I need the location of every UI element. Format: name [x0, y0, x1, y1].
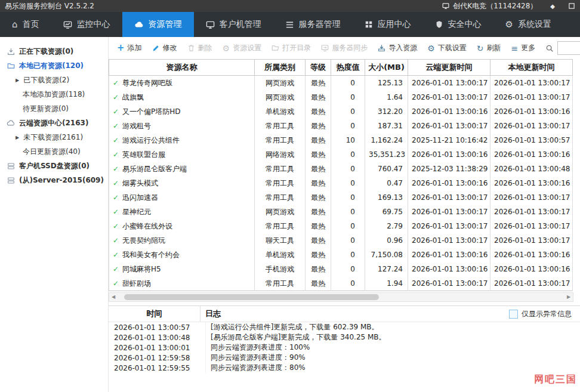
- nav-item-security-center[interactable]: 安全中心: [423, 12, 493, 37]
- column-header-5[interactable]: 云端更新时间: [408, 60, 490, 76]
- account-menu[interactable]: 创代K电竞（11142428）: [442, 1, 537, 11]
- resource-row[interactable]: ✓战旗飘网页游戏最热01.642026-01-01 13:00:172026-0…: [109, 90, 573, 104]
- scrollbar-track[interactable]: [118, 294, 564, 301]
- app-window: 易乐游服务控制台 V2.5.2.2 创代K电竞（11142428） ◆ ⌂首页监…: [0, 0, 580, 392]
- local-update-time-cell: 2026-01-01 13:00:16: [490, 248, 573, 262]
- log-row[interactable]: 2026-01-01 13:00:57[游戏运行公共组件]更新完成，下载量 60…: [109, 322, 580, 332]
- resource-row[interactable]: ✓易乐游昆仑版客户端常用工具最热0760.472025-12-03 11:38:…: [109, 162, 573, 176]
- nav-item-client-management[interactable]: 客户机管理: [194, 12, 273, 37]
- sidebar-item-client-ssd-resources[interactable]: 客户机SSD盘资源(0): [0, 159, 108, 173]
- download-tray-icon: [6, 48, 16, 55]
- sidebar-item-local-added-resources[interactable]: 本地添加资源(118): [0, 87, 108, 101]
- category-cell: 常用工具: [255, 162, 306, 176]
- nav-item-resource-management[interactable]: 资源管理: [122, 12, 194, 37]
- log-row[interactable]: 2026-01-01 12:59:58同步云端资源列表进度：90%: [109, 353, 580, 363]
- level-cell: 最热: [306, 190, 331, 205]
- sidebar-item-not-downloaded-resources[interactable]: ▶未下载资源(2161): [0, 130, 108, 144]
- level-cell: 最热: [306, 104, 331, 119]
- heat-cell: 0: [331, 219, 365, 233]
- log-row[interactable]: 2026-01-01 12:59:55同步云端资源列表进度：80%: [109, 363, 580, 373]
- check-icon: ✓: [113, 236, 119, 245]
- sidebar-item-local-resources[interactable]: 本地已有资源(120): [0, 58, 108, 73]
- local-update-time-cell: 2026-01-01 13:00:57: [490, 133, 573, 147]
- heat-cell: 0: [331, 119, 365, 133]
- resource-row[interactable]: ✓英雄联盟台服网络游戏最热035,351.232026-01-01 13:00:…: [109, 147, 573, 162]
- resource-row[interactable]: ✓尊龙传奇网吧版网页游戏最热0125.132026-01-01 13:00:17…: [109, 76, 573, 91]
- import-resources-button[interactable]: 导入资源: [378, 43, 417, 53]
- horizontal-scrollbar[interactable]: ◀ ▶: [109, 292, 573, 302]
- sidebar-item-downloaded-resources[interactable]: ▶已下载资源(2): [0, 73, 108, 87]
- resource-name-cell: ✓尊龙传奇网吧版: [109, 76, 255, 91]
- resource-settings-button[interactable]: ⚙资源设置: [223, 43, 262, 53]
- resource-row[interactable]: ✓星神纪元网页游戏最热069.752026-01-01 13:00:172026…: [109, 205, 573, 219]
- sidebar-item-today-updated-resources[interactable]: 今日更新资源(40): [0, 144, 108, 159]
- cloud-update-time-cell: 2026-01-01 13:00:16: [408, 104, 490, 119]
- log-message: [易乐游昆仑版客户端]更新完成，下载量 340.25 MB。: [206, 332, 386, 342]
- dropdown-diamond-icon[interactable]: ◆: [550, 3, 555, 10]
- scroll-right-arrow-icon[interactable]: ▶: [564, 294, 573, 301]
- server-sync-button[interactable]: 服务器同步: [321, 43, 368, 53]
- modify-button[interactable]: 修改: [152, 43, 177, 53]
- nav-item-home[interactable]: ⌂首页: [0, 12, 51, 37]
- nav-item-server-management[interactable]: 服务器管理: [273, 12, 353, 37]
- column-header-6[interactable]: 本地更新时间: [490, 60, 573, 76]
- resource-row[interactable]: ✓无畏契约陪玩聊天工具最热00.962026-01-01 13:00:17202…: [109, 233, 573, 248]
- resource-row[interactable]: ✓迅闪加速器常用工具最热0169.132026-01-01 13:00:1720…: [109, 190, 573, 205]
- refresh-button[interactable]: ↻刷新: [477, 43, 501, 53]
- sidebar-item-pending-update-resources[interactable]: 待更新资源(0): [0, 101, 108, 116]
- column-header-1[interactable]: 所属类别: [255, 60, 306, 76]
- refresh-icon: ↻: [477, 44, 484, 53]
- vertical-scrollbar-gutter[interactable]: [573, 59, 580, 291]
- nav-item-system-settings[interactable]: ⚙系统设置: [493, 12, 563, 37]
- monitor-chart-icon: [63, 20, 72, 29]
- toolbar-button-label: 服务器同步: [332, 43, 368, 53]
- abnormal-only-checkbox[interactable]: [509, 310, 518, 319]
- resource-name-cell: ✓又一个偏P塔防HD: [109, 104, 255, 119]
- open-directory-button[interactable]: 打开目录: [272, 43, 311, 53]
- gear-icon: ⚙: [505, 20, 513, 29]
- log-row[interactable]: 2026-01-01 13:00:48[易乐游昆仑版客户端]更新完成，下载量 3…: [109, 332, 580, 342]
- column-header-3[interactable]: 热度值: [331, 60, 365, 76]
- abnormal-only-filter[interactable]: 仅显示异常信息: [509, 306, 580, 322]
- resource-name-cell: ✓甜虾剧场: [109, 276, 255, 291]
- nav-item-app-center[interactable]: 应用中心: [353, 12, 423, 37]
- resource-row[interactable]: ✓甜虾剧场常用工具最热01.942026-01-01 13:00:172026-…: [109, 276, 573, 291]
- sidebar-item-server-2015[interactable]: (从)Server-2015(609): [0, 173, 108, 187]
- sidebar-item-cloud-resource-center[interactable]: 云端资源中心(2163): [0, 116, 108, 130]
- category-cell: 常用工具: [255, 219, 306, 233]
- expand-arrow-icon[interactable]: ▶: [16, 135, 19, 140]
- scrollbar-thumb[interactable]: [124, 294, 379, 300]
- disk-icon: [6, 162, 16, 170]
- local-update-time-cell: 2026-01-01 13:00:16: [490, 147, 573, 162]
- resource-row[interactable]: ✓又一个偏P塔防HD单机游戏最热0312.202026-01-01 13:00:…: [109, 104, 573, 119]
- search-input[interactable]: [557, 41, 580, 55]
- download-settings-button[interactable]: ⚙下载设置: [427, 43, 467, 53]
- resource-row[interactable]: ✓游戏租号常用工具最热0187.312026-01-01 13:00:17202…: [109, 119, 573, 133]
- nav-item-label: 系统设置: [518, 19, 551, 30]
- cloud-update-time-cell: 2026-01-01 13:00:16: [408, 176, 490, 190]
- scroll-left-arrow-icon[interactable]: ◀: [109, 294, 118, 301]
- sidebar-item-downloading-resources[interactable]: 正在下载资源(0): [0, 44, 108, 58]
- column-header-2[interactable]: 等级: [306, 60, 331, 76]
- column-header-4[interactable]: 大小(MB): [365, 60, 408, 76]
- cloud-update-time-cell: 2026-01-01 13:00:17: [408, 90, 490, 104]
- log-row[interactable]: 2026-01-01 13:00:01同步云端资源列表进度：100%: [109, 342, 580, 353]
- resource-row[interactable]: ✓小蜜蜂在线外设常用工具最热02.792026-01-01 13:00:1720…: [109, 219, 573, 233]
- cloud-update-time-cell: 2026-01-01 13:00:17: [408, 190, 490, 205]
- resource-name-cell: ✓迅闪加速器: [109, 190, 255, 205]
- column-header-0[interactable]: 资源名称: [109, 60, 255, 76]
- size-cell: 312.20: [365, 104, 408, 119]
- resource-row[interactable]: ✓烟雾头模式常用工具最热00.472026-01-01 13:00:162026…: [109, 176, 573, 190]
- resource-row[interactable]: ✓游戏运行公共组件常用工具最热101,162.242025-11-21 10:1…: [109, 133, 573, 147]
- expand-arrow-icon[interactable]: ▶: [16, 78, 19, 83]
- resource-row[interactable]: ✓同城麻将H5手机游戏最热0127.242026-01-01 13:00:162…: [109, 262, 573, 276]
- resource-row[interactable]: ✓我和美女有个约会单机游戏最热07,150.082026-01-01 13:00…: [109, 248, 573, 262]
- window-restore-icon[interactable]: [568, 2, 575, 10]
- delete-button[interactable]: 删除: [187, 43, 212, 53]
- add-button[interactable]: +添加: [117, 43, 142, 53]
- nav-item-monitor-center[interactable]: 监控中心: [51, 12, 122, 37]
- local-update-time-cell: 2026-01-01 13:00:17: [490, 76, 573, 91]
- size-cell: 35,351.23: [365, 147, 408, 162]
- search-box: [545, 41, 580, 55]
- more-button[interactable]: ≡更多: [511, 43, 535, 53]
